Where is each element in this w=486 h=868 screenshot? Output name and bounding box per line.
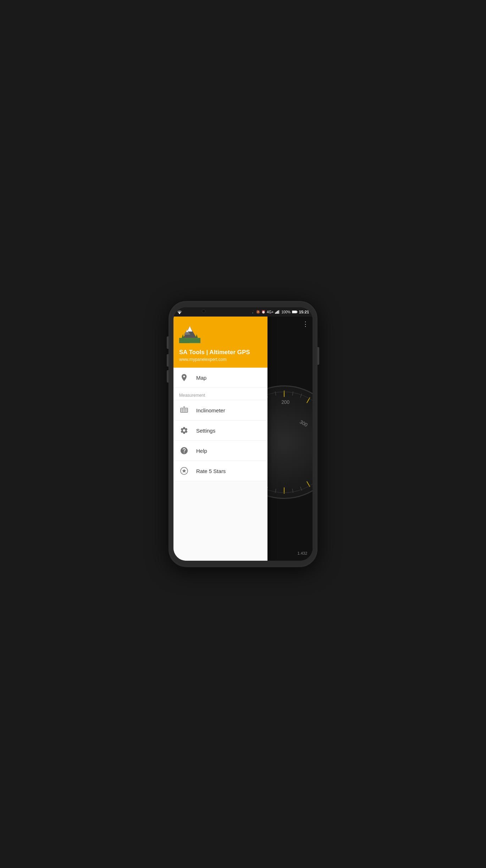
menu-item-inclinometer[interactable]: Inclinometer xyxy=(173,400,267,421)
menu-item-rate[interactable]: Rate 5 Stars xyxy=(173,461,267,481)
svg-point-65 xyxy=(184,407,185,408)
battery-percent: 100% xyxy=(281,310,291,314)
svg-line-67 xyxy=(185,406,185,407)
wifi-icon xyxy=(177,310,182,314)
time-display: 15:21 xyxy=(299,310,309,314)
alarm-icon: ⏰ xyxy=(261,310,265,314)
drawer-menu: Map Measurement xyxy=(173,368,267,561)
drawer-header: SA Tools | Altimeter GPS www.mypanelexpe… xyxy=(173,317,267,368)
svg-rect-3 xyxy=(277,311,278,314)
status-bar-left xyxy=(177,310,182,314)
svg-rect-2 xyxy=(276,312,277,314)
map-pin-icon xyxy=(179,373,189,383)
svg-rect-7 xyxy=(292,311,297,313)
section-header-measurement: Measurement xyxy=(173,388,267,400)
network-label: 4G+ xyxy=(267,310,274,314)
signal-icon xyxy=(275,310,280,314)
status-bar-right: 📍 🔕 ⏰ 4G+ 100% xyxy=(251,310,309,314)
svg-marker-70 xyxy=(182,469,186,473)
menu-item-help[interactable]: Help xyxy=(173,441,267,461)
svg-line-33 xyxy=(275,489,276,493)
svg-rect-4 xyxy=(278,311,279,314)
svg-line-44 xyxy=(275,391,276,396)
svg-line-22 xyxy=(300,394,302,398)
svg-line-68 xyxy=(183,406,184,407)
help-icon xyxy=(179,446,189,456)
svg-line-32 xyxy=(292,489,293,493)
svg-rect-56 xyxy=(179,338,200,343)
app-logo-icon xyxy=(179,324,200,343)
help-label: Help xyxy=(196,448,207,454)
svg-line-14 xyxy=(307,481,310,487)
nav-drawer: SA Tools | Altimeter GPS www.mypanelexpe… xyxy=(173,317,267,561)
settings-label: Settings xyxy=(196,428,215,434)
speaker xyxy=(232,310,254,312)
phone-frame: 📍 🔕 ⏰ 4G+ 100% xyxy=(169,301,317,567)
camera xyxy=(202,309,205,313)
three-dot-menu-button[interactable]: ⋮ xyxy=(302,320,308,328)
inclinometer-label: Inclinometer xyxy=(196,407,225,413)
rate-label: Rate 5 Stars xyxy=(196,468,226,474)
svg-text:300: 300 xyxy=(299,419,309,428)
battery-icon xyxy=(292,310,298,314)
svg-text:200: 200 xyxy=(281,400,289,405)
screen-content: 📍 🔕 ⏰ 4G+ 100% xyxy=(173,307,313,561)
svg-rect-1 xyxy=(275,313,276,314)
svg-rect-8 xyxy=(297,311,298,312)
svg-line-31 xyxy=(300,487,302,490)
main-area: 200 300 E 1.432 ⋮ xyxy=(173,317,313,561)
app-title: SA Tools | Altimeter GPS xyxy=(179,349,262,356)
compass-number: 1.432 xyxy=(297,551,307,555)
map-label: Map xyxy=(196,375,206,381)
app-subtitle: www.mypanelexpert.com xyxy=(179,357,262,362)
svg-line-21 xyxy=(292,391,293,396)
svg-rect-5 xyxy=(279,310,280,314)
mute-icon: 🔕 xyxy=(256,310,260,314)
menu-item-settings[interactable]: Settings xyxy=(173,421,267,441)
inclinometer-icon xyxy=(179,405,189,415)
gear-icon xyxy=(179,425,189,435)
svg-line-10 xyxy=(307,397,310,403)
star-icon xyxy=(179,466,189,476)
menu-item-map[interactable]: Map xyxy=(173,368,267,388)
phone-screen: 📍 🔕 ⏰ 4G+ 100% xyxy=(173,307,313,561)
